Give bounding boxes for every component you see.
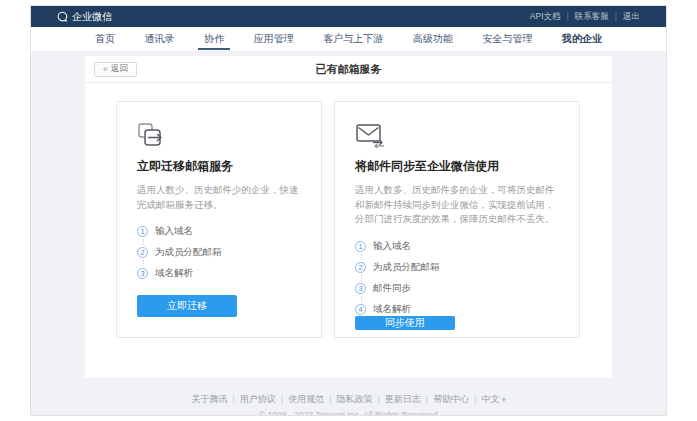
step-item: 1 输入域名 xyxy=(137,225,301,238)
nav-tab[interactable]: 我的企业 xyxy=(560,27,604,51)
nav-tab[interactable]: 应用管理 xyxy=(252,27,296,51)
back-label: 返回 xyxy=(111,63,128,75)
nav-tab[interactable]: 客户与上下游 xyxy=(321,27,385,51)
footer-link[interactable]: 隐私政策 xyxy=(336,393,384,406)
step-label: 输入域名 xyxy=(373,240,411,253)
wework-bubble-icon xyxy=(57,11,68,22)
step-number: 1 xyxy=(355,241,366,252)
back-button[interactable]: « 返回 xyxy=(94,62,137,77)
nav-tab[interactable]: 协作 xyxy=(202,27,226,51)
step-item: 4 域名解析 xyxy=(355,303,559,316)
back-chevron-icon: « xyxy=(103,64,108,74)
topbar: 企业微信 API文档联系客服退出 xyxy=(31,6,666,27)
step-label: 为成员分配邮箱 xyxy=(155,246,222,259)
step-number: 4 xyxy=(355,304,366,315)
migrate-now-button[interactable]: 立即迁移 xyxy=(137,295,237,317)
nav-tab[interactable]: 安全与管理 xyxy=(480,27,534,51)
caret-down-icon: ▾ xyxy=(502,396,506,403)
brand-name: 企业微信 xyxy=(72,10,112,24)
footer-links: 关于腾讯用户协议使用规范隐私政策更新日志帮助中心 xyxy=(191,393,481,406)
step-number: 2 xyxy=(355,262,366,273)
card-description: 适用人数多、历史邮件多的企业，可将历史邮件和新邮件持续同步到企业微信，实现提前试… xyxy=(355,183,559,227)
migrate-card: 立即迁移邮箱服务 适用人数少、历史邮件少的企业，快速完成邮箱服务迁移。 1 输入… xyxy=(116,101,322,338)
step-item: 2 为成员分配邮箱 xyxy=(355,261,559,274)
topbar-links: API文档联系客服退出 xyxy=(530,11,640,23)
step-item: 1 输入域名 xyxy=(355,240,559,253)
step-number: 2 xyxy=(137,247,148,258)
step-label: 域名解析 xyxy=(155,267,193,280)
card-title: 将邮件同步至企业微信使用 xyxy=(355,158,559,175)
footer-link[interactable]: 用户协议 xyxy=(240,393,288,406)
migrate-steps: 1 输入域名 2 为成员分配邮箱 3 域名解析 xyxy=(137,225,301,280)
nav-tab[interactable]: 高级功能 xyxy=(411,27,455,51)
content-area: « 返回 已有邮箱服务 立即迁移邮箱服务 xyxy=(31,51,666,416)
footer-link[interactable]: 帮助中心 xyxy=(433,393,481,406)
topbar-link[interactable]: 退出 xyxy=(623,11,640,23)
card-description: 适用人数少、历史邮件少的企业，快速完成邮箱服务迁移。 xyxy=(137,183,301,212)
footer-link[interactable]: 关于腾讯 xyxy=(191,393,239,406)
topbar-link[interactable]: API文档 xyxy=(530,11,575,23)
step-label: 域名解析 xyxy=(373,303,411,316)
step-item: 2 为成员分配邮箱 xyxy=(137,246,301,259)
topbar-link[interactable]: 联系客服 xyxy=(575,11,623,23)
card-title: 立即迁移邮箱服务 xyxy=(137,158,301,175)
step-label: 为成员分配邮箱 xyxy=(373,261,440,274)
step-item: 3 域名解析 xyxy=(137,267,301,280)
mail-service-panel: « 返回 已有邮箱服务 立即迁移邮箱服务 xyxy=(85,56,612,378)
brand-logo: 企业微信 xyxy=(57,10,112,24)
copyright: © 1998 - 2023 Tencent Inc. All Rights Re… xyxy=(31,410,666,416)
step-number: 3 xyxy=(137,268,148,279)
language-selector[interactable]: 中文 ▾ xyxy=(482,394,506,404)
app-window: 企业微信 API文档联系客服退出 首页通讯录协作应用管理客户与上下游高级功能安全… xyxy=(30,5,667,416)
option-cards: 立即迁移邮箱服务 适用人数少、历史邮件少的企业，快速完成邮箱服务迁移。 1 输入… xyxy=(85,83,612,338)
mail-sync-icon xyxy=(355,122,559,148)
step-item: 3 邮件同步 xyxy=(355,282,559,295)
page-title: 已有邮箱服务 xyxy=(85,62,612,77)
sync-use-button[interactable]: 同步使用 xyxy=(355,316,455,330)
nav-tab[interactable]: 通讯录 xyxy=(143,27,177,51)
step-number: 1 xyxy=(137,226,148,237)
panel-header: « 返回 已有邮箱服务 xyxy=(85,56,612,83)
step-number: 3 xyxy=(355,283,366,294)
step-label: 输入域名 xyxy=(155,225,193,238)
footer: 关于腾讯用户协议使用规范隐私政策更新日志帮助中心中文 ▾ © 1998 - 20… xyxy=(31,388,666,416)
migrate-icon xyxy=(137,122,301,148)
main-nav: 首页通讯录协作应用管理客户与上下游高级功能安全与管理我的企业 xyxy=(31,27,666,51)
step-label: 邮件同步 xyxy=(373,282,411,295)
footer-link[interactable]: 使用规范 xyxy=(288,393,336,406)
sync-steps: 1 输入域名 2 为成员分配邮箱 3 邮件同步 xyxy=(355,240,559,316)
footer-link[interactable]: 更新日志 xyxy=(385,393,433,406)
nav-tab[interactable]: 首页 xyxy=(93,27,117,51)
sync-card: 将邮件同步至企业微信使用 适用人数多、历史邮件多的企业，可将历史邮件和新邮件持续… xyxy=(334,101,580,338)
